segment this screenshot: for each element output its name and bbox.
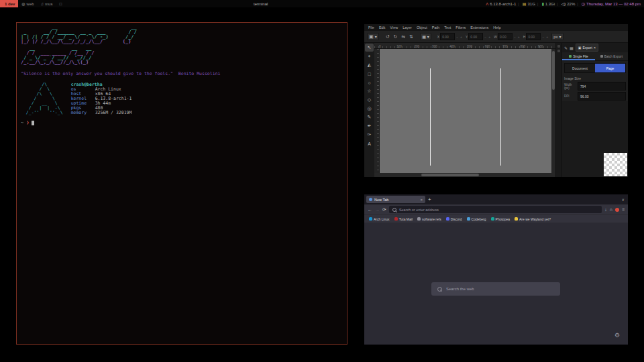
bookmark-item[interactable]: Are we Wayland yet?	[515, 217, 551, 221]
field-input[interactable]: 0.00	[498, 33, 513, 40]
home-button[interactable]: ⌂	[610, 207, 612, 212]
tool-glyph: ⌖	[368, 54, 371, 59]
align-dropdown[interactable]: ▦ ▾	[420, 33, 431, 40]
scrollbar-thumb[interactable]	[552, 51, 555, 90]
workspace-item[interactable]: □	[56, 0, 66, 7]
box3d-tool[interactable]: ◇	[365, 96, 374, 104]
spin-minus-button[interactable]: −	[541, 35, 545, 39]
pencil-tool[interactable]: ✎	[365, 113, 374, 121]
scope-button-label: Document	[572, 66, 588, 70]
bookmark-item[interactable]: Discord	[446, 217, 462, 221]
canvas[interactable]	[380, 49, 551, 173]
chevron-down-icon: ▾	[427, 34, 429, 39]
browser-tab[interactable]: New Tab ×	[366, 196, 425, 203]
edit-icon[interactable]: ✎	[564, 46, 568, 50]
horizontal-scrollbar[interactable]	[374, 173, 555, 177]
menu-item[interactable]: Path	[432, 25, 439, 29]
rectangle-tool[interactable]: □	[365, 70, 374, 78]
workspace-item[interactable]: 1 dev	[0, 0, 18, 7]
bookmark-item[interactable]: Photopea	[491, 217, 510, 221]
swatches-icon[interactable]: ▦	[570, 46, 574, 50]
close-icon[interactable]: ×	[594, 46, 596, 50]
scope-button[interactable]: Page	[595, 64, 625, 72]
status-module-icon: ▮	[541, 1, 543, 6]
bookmark-label: Codeberg	[472, 217, 486, 221]
menu-item[interactable]: Extensions	[470, 25, 488, 29]
address-bar[interactable]: Search or enter address	[389, 206, 602, 213]
personalize-gear-icon[interactable]: ⚙	[614, 333, 620, 339]
field-input[interactable]: 0.00	[440, 33, 455, 40]
selection-options-dropdown[interactable]: ▣ ▾	[367, 33, 379, 40]
bookmark-item[interactable]: Tuta Mail	[394, 217, 413, 221]
status-module: ◷ Thursday, Mar 13 — 02:48 pm	[575, 1, 641, 6]
menu-item[interactable]: Text	[444, 25, 451, 29]
vertical-ruler[interactable]	[374, 49, 380, 173]
menu-button[interactable]: ≡	[622, 207, 625, 212]
bookmark-item[interactable]: Codeberg	[467, 217, 486, 221]
spin-minus-button[interactable]: −	[484, 35, 487, 39]
spin-plus-button[interactable]: +	[545, 35, 549, 39]
scope-button[interactable]: Document	[565, 64, 595, 72]
spin-minus-button[interactable]: −	[513, 35, 517, 39]
star-tool[interactable]: ☆	[365, 87, 374, 95]
ellipse-tool[interactable]: ○	[365, 78, 374, 86]
inkscape-window[interactable]: File Edit View Layer Object Path Text Fi…	[364, 24, 628, 177]
node-tool[interactable]: ⌖	[365, 52, 374, 60]
fetch-label: memory	[71, 111, 95, 115]
back-button[interactable]: ←	[368, 207, 372, 212]
spiral-tool[interactable]: ◎	[365, 105, 374, 113]
spin-plus-button[interactable]: +	[460, 35, 463, 39]
status-module-icon: ▤	[523, 1, 527, 6]
menu-item[interactable]: Filters	[455, 25, 466, 29]
horizontal-ruler[interactable]: 0 100 200 300 400 500 600	[374, 43, 555, 49]
selector-tool[interactable]: ↖	[365, 44, 374, 52]
spin-plus-button[interactable]: +	[517, 35, 521, 39]
calligraphy-tool[interactable]: ✑	[365, 131, 374, 139]
export-dock-tab[interactable]: ▣ Export ×	[576, 44, 598, 52]
text-tool[interactable]: A	[365, 139, 374, 147]
field-input[interactable]: 0.00	[526, 33, 541, 40]
flip-vertical-icon[interactable]: ⇅	[409, 34, 413, 39]
scrollbar-thumb[interactable]	[421, 174, 479, 176]
browser-window[interactable]: New Tab × + ∨ ← → ⟳ Search or enter addr…	[364, 194, 628, 345]
menu-item[interactable]: Edit	[379, 25, 385, 29]
snap-toolbar[interactable]	[555, 43, 561, 177]
dpi-input[interactable]: 96.00	[578, 92, 626, 101]
workspace-item[interactable]: ♫ mus	[38, 0, 56, 7]
newtab-search-box[interactable]: Search the web	[431, 282, 560, 296]
shape-builder-tool[interactable]: ◭	[365, 61, 374, 69]
forward-button[interactable]: →	[375, 207, 380, 212]
width-input[interactable]: 794	[578, 82, 626, 90]
field-input[interactable]: 0.00	[468, 33, 483, 40]
new-tab-button[interactable]: +	[428, 197, 431, 202]
export-mode-tab[interactable]: Single File	[562, 52, 595, 60]
menu-item[interactable]: File	[368, 25, 374, 29]
bookmark-item[interactable]: Arch Linux	[369, 217, 390, 221]
spin-minus-button[interactable]: −	[455, 35, 459, 39]
units-dropdown[interactable]: px ▾	[551, 33, 563, 40]
rotate-ccw-icon[interactable]: ↺	[386, 34, 390, 39]
menu-item[interactable]: Layer	[402, 25, 412, 29]
vertical-scrollbar[interactable]	[551, 49, 555, 173]
tab-list-chevron-icon[interactable]: ∨	[622, 197, 626, 202]
rotate-cw-icon[interactable]: ↻	[394, 34, 398, 39]
workspace-item[interactable]: ◍ web	[18, 0, 37, 7]
spin-plus-button[interactable]: +	[488, 35, 491, 39]
status-module-text: 22%	[567, 2, 575, 6]
workspace-label: 1 dev	[5, 2, 15, 6]
pen-tool[interactable]: ✒	[365, 122, 374, 130]
flip-horizontal-icon[interactable]: ⇋	[401, 34, 405, 39]
bookmark-item[interactable]: software refs	[417, 217, 441, 221]
menu-item[interactable]: Object	[417, 25, 427, 29]
extension-icon[interactable]	[615, 208, 619, 212]
export-mode-tab[interactable]: Batch Export	[595, 52, 628, 60]
menu-item[interactable]: Help	[493, 25, 500, 29]
export-tab-title: Export	[582, 46, 592, 50]
terminal-window[interactable]: __ __ _ __/ /______ __ _ ___ / / | | /| …	[16, 22, 347, 345]
downloads-button[interactable]: ↓	[604, 207, 607, 212]
prompt-directory: ~	[21, 120, 23, 125]
reload-button[interactable]: ⟳	[382, 207, 386, 212]
shell-prompt[interactable]: ~ ❯	[21, 120, 343, 125]
menu-item[interactable]: View	[390, 25, 398, 29]
tab-close-icon[interactable]: ×	[420, 198, 423, 202]
